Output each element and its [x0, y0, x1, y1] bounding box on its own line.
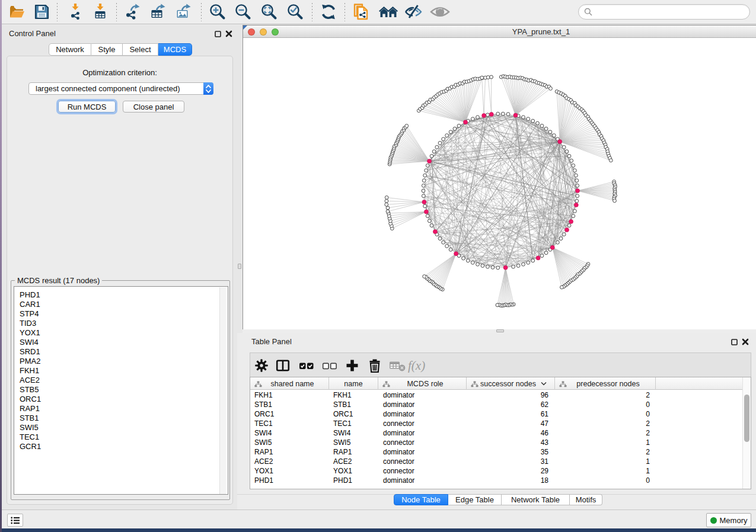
mcds-result-list[interactable]: PHD1CAR1STP4TID3YOX1SWI4SRD1PMA2FKH1ACE2… [14, 286, 228, 495]
mcds-result-item[interactable]: GCR1 [20, 442, 228, 451]
cell-predecessor-nodes: 2 [555, 390, 650, 400]
zoom-in-icon[interactable] [209, 3, 227, 21]
window-minimize-button[interactable] [260, 28, 267, 36]
column-header-predecessor-nodes[interactable]: predecessor nodes [555, 377, 656, 390]
mcds-result-item[interactable]: STB1 [20, 414, 228, 423]
save-session-icon[interactable] [33, 3, 50, 21]
zoom-out-icon[interactable] [234, 3, 252, 21]
import-network-icon[interactable] [66, 3, 84, 21]
tab-edge-table[interactable]: Edge Table [448, 494, 502, 505]
cell-shared-name: SWI4 [254, 428, 326, 438]
search-box[interactable] [578, 4, 750, 20]
table-row[interactable]: PHD1PHD1dominator180 [250, 476, 742, 485]
cell-predecessor-nodes: 0 [555, 476, 650, 485]
split-grip-icon[interactable] [238, 264, 241, 269]
table-row[interactable]: RAP1RAP1dominator352 [250, 447, 742, 457]
table-scrollbar-thumb[interactable] [744, 395, 749, 442]
table-row[interactable]: ORC1ORC1dominator610 [250, 409, 742, 419]
export-table-icon[interactable] [149, 3, 167, 21]
tab-network[interactable]: Network [49, 43, 91, 56]
column-header-name[interactable]: name [329, 377, 378, 390]
cell-successor-nodes: 62 [467, 400, 548, 409]
close-panel-icon[interactable] [225, 30, 232, 37]
window-close-button[interactable] [248, 28, 255, 36]
tab-select[interactable]: Select [123, 43, 158, 56]
mcds-result-item[interactable]: STB5 [20, 385, 228, 395]
window-zoom-button[interactable] [272, 28, 279, 36]
table-row[interactable]: TEC1TEC1connector472 [250, 419, 742, 428]
network-window-titlebar[interactable]: YPA_prune.txt_1 [243, 25, 756, 38]
status-bar: Memory [2, 509, 756, 528]
tab-node-table[interactable]: Node Table [394, 494, 448, 505]
mcds-result-item[interactable]: TID3 [20, 319, 228, 328]
table-row[interactable]: FKH1FKH1dominator962 [250, 390, 742, 400]
mcds-result-item[interactable]: ORC1 [20, 395, 228, 404]
task-list-icon [11, 517, 20, 524]
cell-predecessor-nodes: 1 [555, 438, 650, 447]
split-grip-icon[interactable] [496, 329, 504, 332]
cell-mcds-role: dominator [383, 390, 460, 400]
run-mcds-button[interactable]: Run MCDS [58, 101, 116, 113]
export-image-icon[interactable] [174, 3, 192, 21]
table-scrollbar[interactable] [742, 377, 751, 489]
mcds-result-item[interactable]: FKH1 [20, 366, 228, 376]
float-panel-icon[interactable] [731, 339, 738, 345]
table-row[interactable]: SWI5SWI5connector431 [250, 438, 742, 447]
mcds-result-item[interactable]: YOX1 [20, 328, 228, 338]
cell-shared-name: YOX1 [254, 466, 326, 476]
hide-selected-icon[interactable] [404, 3, 422, 21]
mcds-result-item[interactable]: ACE2 [20, 376, 228, 385]
optimization-criterion-select[interactable]: largest connected component (undirected) [28, 82, 213, 95]
show-all-icon[interactable] [430, 3, 448, 21]
zoom-selected-icon[interactable] [286, 3, 304, 21]
open-session-icon[interactable] [8, 3, 25, 21]
mcds-result-item[interactable]: SRD1 [20, 347, 228, 357]
add-column-icon[interactable] [344, 358, 360, 373]
apply-layout-icon[interactable] [320, 3, 337, 21]
cell-name: FKH1 [333, 390, 375, 400]
mcds-result-item[interactable]: SWI4 [20, 338, 228, 347]
mcds-result-item[interactable]: PHD1 [20, 290, 228, 300]
mcds-result-item[interactable]: SWI5 [20, 423, 228, 432]
close-panel-button[interactable]: Close panel [123, 101, 184, 113]
mcds-result-item[interactable]: PMA2 [20, 357, 228, 366]
table-row[interactable]: YOX1YOX1connector291 [250, 466, 742, 476]
tab-style[interactable]: Style [91, 43, 123, 56]
zoom-fit-icon[interactable] [260, 3, 278, 21]
float-panel-icon[interactable] [215, 31, 221, 37]
mcds-result-item[interactable]: TEC1 [20, 432, 228, 442]
column-header-shared-name[interactable]: shared name [250, 377, 329, 390]
cell-predecessor-nodes: 1 [555, 466, 650, 476]
table-row[interactable]: SWI4SWI4dominator462 [250, 428, 742, 438]
memory-status-icon [710, 517, 717, 524]
delete-column-icon[interactable] [367, 358, 382, 373]
group-nodes-icon[interactable] [378, 3, 396, 21]
cell-successor-nodes: 29 [467, 466, 548, 476]
table-settings-icon[interactable] [254, 358, 269, 373]
table-header-row: shared namename MCDS role successor node… [250, 377, 742, 390]
unselect-all-columns-icon[interactable] [321, 358, 337, 373]
memory-button[interactable]: Memory [706, 513, 751, 527]
table-row[interactable]: STB1STB1dominator620 [250, 400, 742, 409]
table-row[interactable]: ACE2ACE2connector311 [250, 457, 742, 466]
column-header-MCDS-role[interactable]: MCDS role [378, 377, 467, 390]
cell-shared-name: STB1 [254, 400, 326, 409]
new-network-from-selection-icon[interactable] [352, 3, 370, 21]
mcds-result-item[interactable]: STP4 [20, 309, 228, 319]
import-table-icon[interactable] [91, 3, 109, 21]
tab-motifs[interactable]: Motifs [570, 494, 602, 505]
network-canvas[interactable] [243, 38, 756, 329]
export-network-icon[interactable] [123, 3, 141, 21]
cell-predecessor-nodes: 2 [555, 419, 650, 428]
mcds-result-item[interactable]: CAR1 [20, 300, 228, 309]
tab-mcds[interactable]: MCDS [158, 43, 192, 56]
mcds-list-scrollbar[interactable] [219, 287, 226, 495]
table-toolbar: f(x) [250, 352, 751, 377]
mcds-result-item[interactable]: RAP1 [20, 404, 228, 414]
task-history-button[interactable] [7, 514, 23, 527]
toggle-panel-icon[interactable] [275, 358, 291, 373]
close-panel-icon[interactable] [742, 338, 749, 345]
select-all-columns-icon[interactable] [298, 358, 314, 373]
column-header-successor-nodes[interactable]: successor nodes [467, 377, 555, 390]
tab-network-table[interactable]: Network Table [502, 494, 570, 505]
